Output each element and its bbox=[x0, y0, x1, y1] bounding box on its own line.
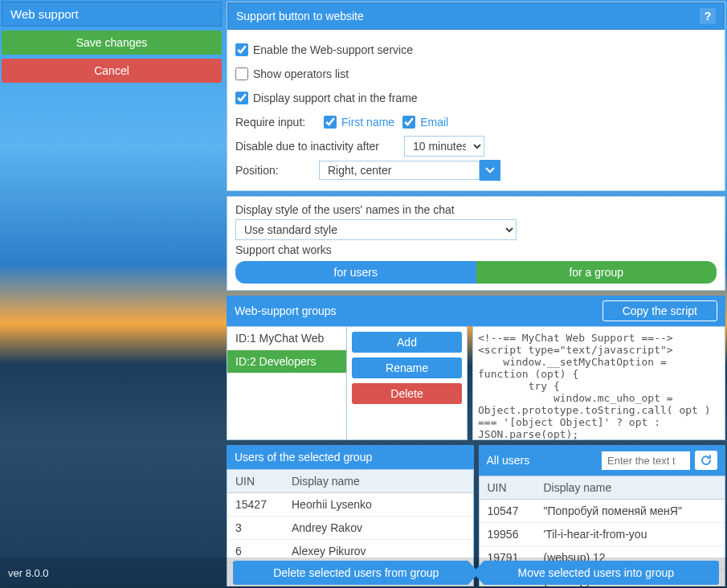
display-style-select[interactable]: Use standard style bbox=[235, 219, 517, 240]
position-value: Right, center bbox=[319, 161, 480, 180]
support-works-label: Support chat works bbox=[235, 243, 717, 256]
col-display-name[interactable]: Display name bbox=[284, 470, 473, 493]
first-name-label: First name bbox=[341, 116, 394, 129]
enable-label: Enable the Web-support service bbox=[253, 43, 413, 56]
sidebar-title: Web support bbox=[2, 2, 222, 27]
table-row[interactable]: 10547"Попробуй поменяй менЯ" bbox=[480, 500, 725, 523]
page-title: Support button to website bbox=[236, 10, 364, 22]
rename-group-button[interactable]: Rename bbox=[352, 357, 462, 378]
table-row[interactable]: 19956'Til-i-hear-it-from-you bbox=[480, 523, 725, 546]
chevron-down-icon bbox=[485, 167, 495, 174]
for-users-tab[interactable]: for users bbox=[235, 261, 476, 284]
show-operators-checkbox[interactable] bbox=[235, 67, 248, 80]
table-row[interactable]: 15427Heorhii Lysenko bbox=[227, 493, 473, 517]
delete-from-group-button[interactable]: Delete selected users from group bbox=[233, 561, 480, 585]
col-uin[interactable]: UIN bbox=[480, 476, 536, 500]
for-group-tab[interactable]: for a group bbox=[476, 261, 717, 284]
groups-title: Web-support groups bbox=[235, 304, 337, 317]
position-dropdown-button[interactable] bbox=[480, 160, 500, 181]
version-label: ver 8.0.0 bbox=[8, 567, 233, 579]
save-button[interactable]: Save changes bbox=[2, 31, 222, 55]
email-checkbox[interactable] bbox=[402, 116, 415, 129]
table-row[interactable]: 3Andrey Rakov bbox=[227, 517, 473, 540]
display-frame-checkbox[interactable] bbox=[235, 92, 248, 104]
help-icon[interactable]: ? bbox=[700, 8, 716, 24]
email-label: Email bbox=[420, 116, 448, 129]
selected-users-title: Users of the selected group bbox=[235, 451, 372, 463]
filter-input[interactable] bbox=[602, 451, 690, 470]
move-into-group-button[interactable]: Move selected users into group bbox=[473, 561, 720, 585]
display-frame-label: Display support chat in the frame bbox=[253, 92, 418, 104]
group-item[interactable]: ID:1 MyChat Web bbox=[227, 327, 346, 350]
copy-script-button[interactable]: Copy the script bbox=[602, 300, 717, 321]
delete-group-button[interactable]: Delete bbox=[352, 383, 462, 404]
refresh-button[interactable] bbox=[695, 451, 717, 470]
group-item[interactable]: ID:2 Developers bbox=[227, 350, 346, 374]
display-style-label: Display style of the users' names in the… bbox=[235, 203, 717, 216]
require-input-label: Require input: bbox=[235, 116, 316, 129]
cancel-button[interactable]: Cancel bbox=[2, 59, 222, 83]
enable-checkbox[interactable] bbox=[235, 43, 248, 56]
inactivity-select[interactable]: 10 minutes bbox=[404, 136, 484, 157]
script-textarea[interactable]: <!--== MyChat Web Support ==--> <script … bbox=[472, 326, 725, 440]
first-name-checkbox[interactable] bbox=[324, 116, 337, 129]
col-display-name[interactable]: Display name bbox=[536, 476, 725, 500]
col-uin[interactable]: UIN bbox=[227, 470, 284, 493]
show-operators-label: Show operators list bbox=[253, 67, 349, 80]
position-label: Position: bbox=[235, 164, 311, 177]
all-users-title: All users bbox=[487, 454, 598, 467]
add-group-button[interactable]: Add bbox=[352, 332, 462, 353]
inactivity-label: Disable due to inactivity after bbox=[235, 140, 396, 153]
refresh-icon bbox=[700, 454, 713, 467]
groups-list[interactable]: ID:1 MyChat WebID:2 Developers bbox=[227, 326, 347, 440]
